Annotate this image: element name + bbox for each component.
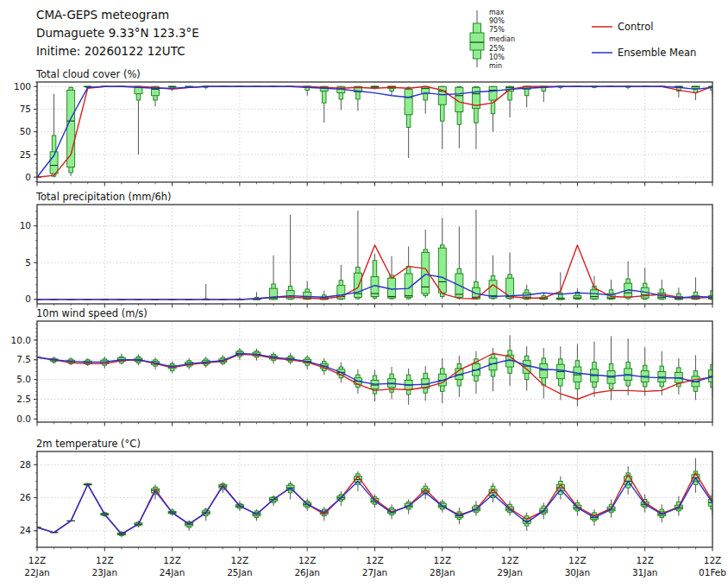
y-tick-label: 50 [20, 126, 31, 136]
panel-0: 0255075100Total cloud cover (%) [14, 68, 717, 186]
panel-title: 2m temperature (°C) [36, 438, 141, 450]
x-tick-label-date: 29Jan [497, 567, 523, 578]
legend-label-90: 90% [489, 17, 505, 25]
x-tick-label-date: 24Jan [160, 567, 185, 578]
x-tick-label-hour: 12Z [96, 555, 114, 565]
panel-title: Total precipitation (mm/6h) [35, 191, 171, 203]
y-tick-label: 2.5 [16, 394, 31, 404]
legend-label-10: 10% [489, 54, 505, 61]
legend-label-75: 75% [489, 26, 505, 34]
y-tick-label: 25 [20, 149, 31, 160]
x-tick-label-date: 22Jan [24, 567, 50, 578]
x-tick-label-hour: 12Z [163, 555, 181, 565]
box-25-75 [489, 86, 497, 100]
x-tick-label-hour: 12Z [568, 555, 587, 565]
y-tick-label: 5 [25, 257, 31, 268]
x-axis-ticks [37, 182, 712, 186]
chart-title: CMA-GEPS meteogram [36, 8, 169, 22]
x-tick-label-date: 26Jan [294, 567, 320, 578]
control-legend-label: Control [618, 21, 654, 33]
panel-title: 10m wind speed (m/s) [36, 307, 147, 319]
panel-1: 0510Total precipitation (mm/6h) [20, 191, 717, 308]
x-tick-label-hour: 12Z [501, 555, 519, 565]
x-tick-label-date: 01Feb [699, 567, 726, 578]
x-tick-label-hour: 12Z [434, 555, 452, 565]
legend-label-max: max [489, 9, 505, 16]
meteogram-figure: CMA-GEPS meteogram Dumaguete 9.33°N 123.… [0, 0, 728, 587]
box-25-75 [405, 89, 412, 114]
x-tick-label-hour: 12Z [28, 555, 47, 565]
x-tick-label-hour: 12Z [636, 555, 654, 565]
legend-label-min: min [489, 62, 502, 70]
box-25-75 [540, 363, 548, 377]
box-whisker-legend: max 90% 75% median 25% 10% min [470, 9, 515, 70]
y-tick-label: 24 [20, 525, 32, 535]
line-legend: Control Ensemble Mean [592, 21, 696, 59]
panel-2: 0.02.55.07.510.010m wind speed (m/s) [11, 307, 717, 426]
y-tick-label: 26 [20, 492, 32, 502]
x-axis-ticks [37, 422, 712, 426]
panel-title: Total cloud cover (%) [35, 68, 141, 80]
x-tick-label-date: 23Jan [92, 567, 118, 578]
x-tick-label-hour: 12Z [231, 555, 249, 565]
x-tick-label-date: 27Jan [362, 567, 388, 578]
y-tick-label: 5.0 [16, 374, 31, 384]
x-axis-ticks [37, 547, 712, 552]
panels-container: 0255075100Total cloud cover (%)0510Total… [11, 68, 727, 578]
y-tick-label: 0 [25, 172, 31, 182]
x-tick-label-date: 30Jan [565, 567, 591, 578]
legend-label-median: median [489, 35, 515, 43]
y-tick-label: 28 [20, 459, 31, 470]
x-tick-label-hour: 12Z [366, 555, 384, 565]
y-tick-label: 75 [20, 104, 31, 114]
box-group [67, 86, 75, 176]
y-tick-label: 7.5 [16, 354, 31, 364]
legend-outer-box [470, 33, 484, 50]
y-tick-label: 0.0 [16, 413, 31, 424]
chart-location: Dumaguete 9.33°N 123.3°E [36, 26, 199, 40]
box-25-75 [438, 248, 446, 293]
x-tick-label-date: 31Jan [632, 567, 658, 578]
y-tick-label: 10.0 [11, 335, 31, 345]
box-25-75 [67, 90, 75, 167]
y-tick-label: 10 [20, 220, 31, 230]
x-tick-label-hour: 12Z [704, 555, 722, 565]
y-tick-label: 0 [25, 294, 31, 304]
x-tick-label-hour: 12Z [298, 555, 317, 565]
ensemble-mean-legend-label: Ensemble Mean [618, 47, 696, 59]
y-tick-label: 100 [14, 81, 31, 92]
legend-label-25: 25% [489, 45, 505, 53]
chart-initime: Initime: 20260122 12UTC [36, 44, 185, 58]
x-tick-label-date: 25Jan [227, 567, 253, 578]
meteogram-svg: CMA-GEPS meteogram Dumaguete 9.33°N 123.… [0, 0, 728, 587]
x-tick-label-date: 28Jan [430, 567, 455, 578]
panel-3: 2426282m temperature (°C)12Z22Jan12Z23Ja… [20, 438, 727, 578]
